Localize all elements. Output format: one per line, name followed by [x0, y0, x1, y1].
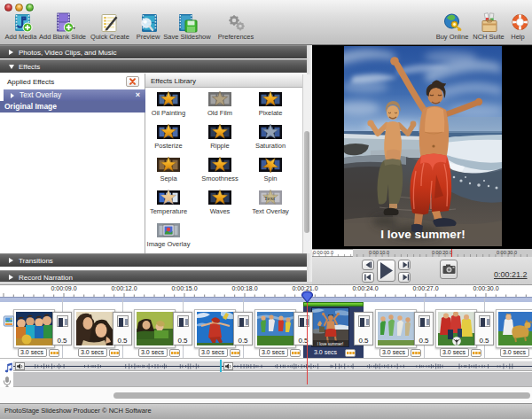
svg-text:I love summer!: I love summer!: [317, 342, 344, 346]
svg-text:I love summer!: I love summer!: [380, 228, 465, 241]
svg-text:Text: Text: [264, 195, 275, 202]
